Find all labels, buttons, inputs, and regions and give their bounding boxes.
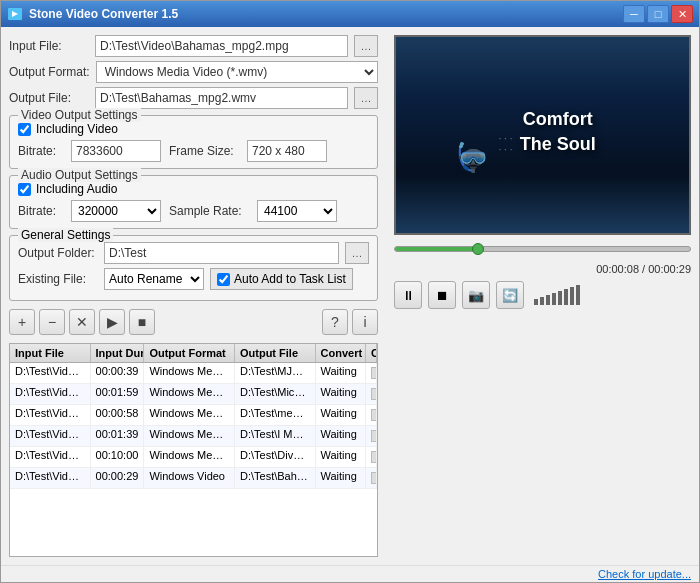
app-icon — [7, 6, 23, 22]
table-row[interactable]: D:\Test\Video\J Mad...00:01:39Windows Me… — [10, 426, 377, 447]
input-file-label: Input File: — [9, 39, 89, 53]
check-update-link[interactable]: Check for update... — [598, 568, 691, 580]
output-file-label: Output File: — [9, 91, 89, 105]
seek-knob[interactable] — [472, 243, 484, 255]
existing-file-label: Existing File: — [18, 272, 98, 286]
main-content: Input File: … Output Format: Windows Med… — [1, 27, 699, 565]
output-file-browse[interactable]: … — [354, 87, 378, 109]
title-bar-left: Stone Video Converter 1.5 — [7, 6, 178, 22]
table-row[interactable]: D:\Test\Video\DivX_s...00:10:00Windows M… — [10, 447, 377, 468]
task-table: Input File Input Duration Output Format … — [9, 343, 378, 557]
frame-size-label: Frame Size: — [169, 144, 239, 158]
table-cell: D:\Test\Bahamas_mp... — [235, 468, 316, 488]
output-folder-browse[interactable]: … — [345, 242, 369, 264]
input-file-field[interactable] — [95, 35, 348, 57]
audio-bitrate-select[interactable]: 320000 128000 192000 — [71, 200, 161, 222]
table-cell: D:\Test\mewmew-vo... — [235, 405, 316, 425]
input-file-row: Input File: … — [9, 35, 378, 57]
sample-rate-select[interactable]: 44100 22050 48000 — [257, 200, 337, 222]
table-cell: Windows Media Video — [144, 426, 235, 446]
auto-add-button[interactable]: Auto Add to Task List — [210, 268, 353, 290]
audio-settings-title: Audio Output Settings — [18, 168, 141, 182]
table-cell: Waiting — [316, 426, 366, 446]
general-settings-title: General Settings — [18, 228, 113, 242]
seek-bar[interactable] — [394, 241, 691, 257]
table-cell: D:\Test\Video\DivX_s... — [10, 447, 91, 467]
minimize-button[interactable]: ─ — [623, 5, 645, 23]
preview-line2: The Soul — [520, 134, 596, 154]
output-format-select[interactable]: Windows Media Video (*.wmv) AVI MP4 — [96, 61, 378, 83]
table-row[interactable]: D:\Test\Video\MJPE...00:00:39Windows Med… — [10, 363, 377, 384]
output-format-label: Output Format: — [9, 65, 90, 79]
auto-add-checkbox[interactable] — [217, 273, 230, 286]
stop-control-button[interactable]: ⏹ — [428, 281, 456, 309]
col-status-header: Convert Status — [316, 344, 366, 362]
table-cell: Waiting — [316, 447, 366, 467]
table-cell: 00:01:59 — [91, 384, 145, 404]
progress-bar-container — [371, 472, 377, 484]
table-cell: D:\Test\Video\J Mad... — [10, 426, 91, 446]
col-input-header: Input File — [10, 344, 91, 362]
remove-task-button[interactable]: − — [39, 309, 65, 335]
add-task-button[interactable]: + — [9, 309, 35, 335]
table-cell: 00:00:58 — [91, 405, 145, 425]
video-bitrate-input[interactable] — [71, 140, 161, 162]
table-cell: Windows Media Video — [144, 363, 235, 383]
preview-line1: Comfort — [523, 109, 593, 129]
table-cell: D:\Test\Video\mew... — [10, 405, 91, 425]
table-body[interactable]: D:\Test\Video\MJPE...00:00:39Windows Med… — [10, 363, 377, 556]
preview-diver: 🤿 — [455, 141, 490, 174]
table-cell: 00:00:39 — [91, 363, 145, 383]
input-file-browse[interactable]: … — [354, 35, 378, 57]
maximize-button[interactable]: □ — [647, 5, 669, 23]
include-audio-label: Including Audio — [36, 182, 117, 196]
seek-bar-bg — [394, 246, 691, 252]
cancel-task-button[interactable]: ✕ — [69, 309, 95, 335]
table-cell: 00:00:29 — [91, 468, 145, 488]
output-folder-row: Output Folder: … — [18, 242, 369, 264]
preview-text: Comfort The Soul — [520, 107, 596, 157]
output-file-field[interactable] — [95, 87, 348, 109]
existing-file-row: Existing File: Auto Rename Overwrite Ski… — [18, 268, 369, 290]
table-cell: 00:10:00 — [91, 447, 145, 467]
video-bitrate-label: Bitrate: — [18, 144, 63, 158]
audio-bitrate-row: Bitrate: 320000 128000 192000 Sample Rat… — [18, 200, 369, 222]
stop-button[interactable]: ■ — [129, 309, 155, 335]
table-row[interactable]: D:\Test\Video\Micke...00:01:59Windows Me… — [10, 384, 377, 405]
progress-cell — [366, 468, 377, 488]
vol-bar-4 — [552, 293, 556, 305]
close-button[interactable]: ✕ — [671, 5, 693, 23]
loop-button[interactable]: 🔄 — [496, 281, 524, 309]
pause-button[interactable]: ⏸ — [394, 281, 422, 309]
table-cell: D:\Test\DivX_suta1_... — [235, 447, 316, 467]
play-button[interactable]: ▶ — [99, 309, 125, 335]
table-cell: Waiting — [316, 468, 366, 488]
video-settings-title: Video Output Settings — [18, 108, 141, 122]
include-video-label: Including Video — [36, 122, 118, 136]
output-folder-field[interactable] — [104, 242, 339, 264]
frame-size-input[interactable] — [247, 140, 327, 162]
table-row[interactable]: D:\Test\Video\mew...00:00:58Windows Medi… — [10, 405, 377, 426]
info-button[interactable]: i — [352, 309, 378, 335]
progress-bar-container — [371, 388, 377, 400]
table-cell: Windows Video — [144, 468, 235, 488]
progress-bar-container — [371, 367, 377, 379]
output-format-row: Output Format: Windows Media Video (*.wm… — [9, 61, 378, 83]
progress-cell — [366, 426, 377, 446]
table-header: Input File Input Duration Output Format … — [10, 344, 377, 363]
table-row[interactable]: D:\Test\Video\Baha...00:00:29Windows Vid… — [10, 468, 377, 489]
volume-bars — [534, 285, 580, 305]
snapshot-button[interactable]: 📷 — [462, 281, 490, 309]
col-progress-header: Convert Progress — [366, 344, 377, 362]
include-video-checkbox[interactable] — [18, 123, 31, 136]
include-audio-checkbox[interactable] — [18, 183, 31, 196]
rename-select[interactable]: Auto Rename Overwrite Skip — [104, 268, 204, 290]
vol-bar-5 — [558, 291, 562, 305]
preview-ocean: 🤿 · · ·· · · Comfort The Soul — [396, 37, 689, 233]
table-cell: D:\Test\Video\Baha... — [10, 468, 91, 488]
main-window: Stone Video Converter 1.5 ─ □ ✕ Input Fi… — [0, 0, 700, 583]
audio-settings-section: Audio Output Settings Including Audio Bi… — [9, 175, 378, 229]
table-cell: D:\Test\I Made Mone... — [235, 426, 316, 446]
output-file-row: Output File: … — [9, 87, 378, 109]
help-button[interactable]: ? — [322, 309, 348, 335]
